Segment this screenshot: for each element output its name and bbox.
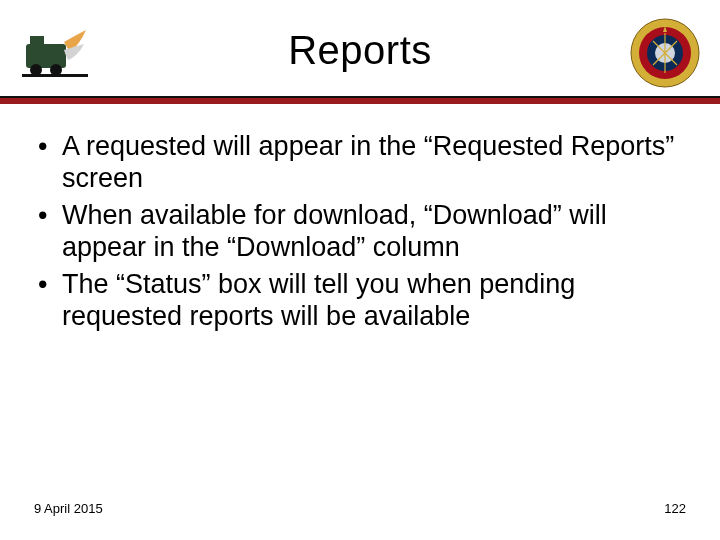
svg-rect-4 xyxy=(22,74,88,77)
bullet-list: A requested will appear in the “Requeste… xyxy=(34,130,686,332)
footer-date: 9 April 2015 xyxy=(34,501,103,516)
slide: Reports A requested will appear in the “… xyxy=(0,0,720,540)
bullet-item: The “Status” box will tell you when pend… xyxy=(34,268,686,333)
divider-red xyxy=(0,98,720,104)
slide-header: Reports xyxy=(0,0,720,100)
slide-body: A requested will appear in the “Requeste… xyxy=(34,130,686,336)
bullet-item: When available for download, “Download” … xyxy=(34,199,686,264)
bullet-item: A requested will appear in the “Requeste… xyxy=(34,130,686,195)
footer-page-number: 122 xyxy=(664,501,686,516)
slide-title: Reports xyxy=(0,28,720,73)
usmc-seal-icon xyxy=(630,18,700,88)
